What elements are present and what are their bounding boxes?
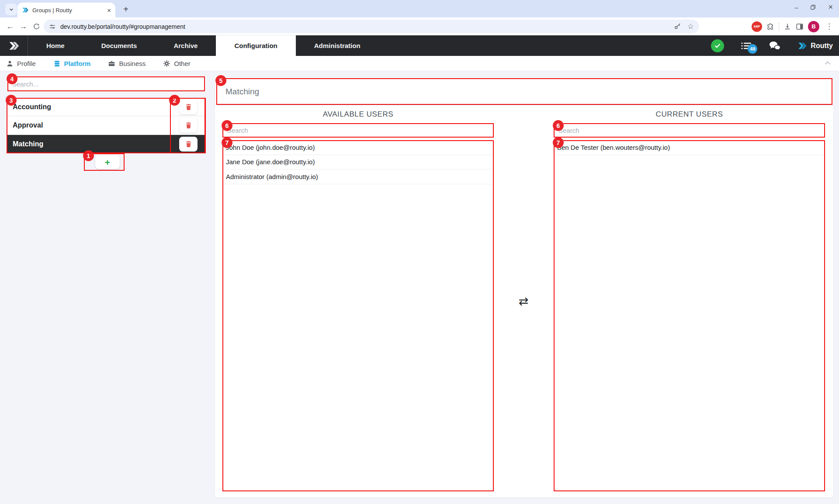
subnav-item-business[interactable]: Business xyxy=(108,60,146,67)
subnav-item-other[interactable]: Other xyxy=(163,60,191,67)
swap-users-icon[interactable]: ⇄ xyxy=(515,293,532,309)
group-detail-card: AVAILABLE USERS John Doe (john.doe@routt… xyxy=(215,79,833,497)
trash-icon xyxy=(185,103,192,110)
forward-button[interactable]: → xyxy=(17,22,30,31)
reload-button[interactable] xyxy=(30,23,43,30)
group-name: Matching xyxy=(13,140,179,148)
site-settings-icon[interactable] xyxy=(49,23,56,30)
toolbar-divider xyxy=(779,22,779,31)
address-bar[interactable]: dev.routty.be/portal/routty/#groupmanage… xyxy=(44,20,699,33)
browser-toolbar: ← → dev.routty.be/portal/routty/#groupma… xyxy=(0,17,839,35)
group-name: Accounting xyxy=(13,103,179,111)
back-button[interactable]: ← xyxy=(3,22,17,31)
gear-icon xyxy=(163,60,170,67)
column-header: CURRENT USERS xyxy=(554,106,825,123)
chevron-down-icon xyxy=(9,7,14,12)
subnav-item-profile[interactable]: Profile xyxy=(6,60,36,67)
password-key-icon[interactable] xyxy=(674,23,681,30)
app-nav-items: HomeDocumentsArchiveConfigurationAdminis… xyxy=(28,35,379,56)
user-row[interactable]: Jane Doe (jane.doe@routty.io) xyxy=(222,155,494,170)
group-row[interactable]: Matching xyxy=(7,135,205,153)
brand: Routty xyxy=(797,41,833,50)
available-users-column: AVAILABLE USERS John Doe (john.doe@routt… xyxy=(222,106,494,491)
nav-item-configuration[interactable]: Configuration xyxy=(216,35,295,56)
group-list: Accounting Approval Matching xyxy=(7,98,205,153)
group-row[interactable]: Accounting xyxy=(7,98,205,116)
browser-menu-icon[interactable]: ⋮ xyxy=(824,22,835,31)
browser-profile-avatar[interactable]: B xyxy=(808,21,819,32)
add-group-button[interactable]: + xyxy=(95,155,120,169)
delete-group-button[interactable] xyxy=(179,118,198,133)
task-count-badge: 49 xyxy=(748,44,757,54)
group-search-input[interactable] xyxy=(7,76,205,91)
task-list-button[interactable]: 49 xyxy=(741,41,752,51)
subnav-item-label: Other xyxy=(174,60,191,67)
trash-icon xyxy=(185,121,192,129)
url-text[interactable]: dev.routty.be/portal/routty/#groupmanage… xyxy=(60,23,674,30)
nav-item-administration[interactable]: Administration xyxy=(296,35,379,56)
trash-icon xyxy=(185,140,192,148)
tab-close-icon[interactable]: × xyxy=(107,7,111,14)
side-panel-icon[interactable] xyxy=(796,23,804,31)
routty-favicon-icon xyxy=(22,7,29,14)
subnav-items: Profile Platform Business Other xyxy=(6,60,191,67)
nav-item-archive[interactable]: Archive xyxy=(155,35,216,56)
window-minimize-button[interactable]: – xyxy=(794,3,798,11)
app-navbar: HomeDocumentsArchiveConfigurationAdminis… xyxy=(0,35,839,56)
brand-label: Routty xyxy=(811,42,833,50)
group-name-input[interactable] xyxy=(225,87,823,97)
chat-icon[interactable] xyxy=(769,41,781,51)
subnav-item-label: Profile xyxy=(17,60,36,67)
window-close-button[interactable]: × xyxy=(828,3,833,12)
window-restore-button[interactable] xyxy=(810,4,816,10)
screen: Groups | Routty × + – × ← → dev.routty.b… xyxy=(0,0,839,504)
database-icon xyxy=(53,60,61,67)
group-title-block xyxy=(215,79,833,105)
user-row[interactable]: Ben De Tester (ben.wouters@routty.io) xyxy=(554,140,825,155)
available-users-list: John Doe (john.doe@routty.io)Jane Doe (j… xyxy=(222,140,494,491)
subnav-item-label: Platform xyxy=(64,60,91,67)
nav-item-home[interactable]: Home xyxy=(28,35,83,56)
user-row[interactable]: John Doe (john.doe@routty.io) xyxy=(222,140,494,155)
subnav-item-platform[interactable]: Platform xyxy=(53,60,91,67)
available-users-search-input[interactable] xyxy=(222,123,494,138)
tab-search-button[interactable] xyxy=(5,3,17,15)
browser-tab-strip: Groups | Routty × + – × xyxy=(0,0,839,17)
current-users-search-input[interactable] xyxy=(554,123,825,138)
extensions-puzzle-icon[interactable] xyxy=(766,23,774,31)
current-users-column: CURRENT USERS Ben De Tester (ben.wouters… xyxy=(554,106,825,491)
collapse-chevron-up-icon[interactable] xyxy=(823,59,832,67)
nav-item-documents[interactable]: Documents xyxy=(83,35,156,56)
status-check-icon[interactable] xyxy=(711,39,724,52)
config-subnav: Profile Platform Business Other xyxy=(0,56,839,71)
brand-logo-icon xyxy=(797,41,807,50)
bookmark-star-icon[interactable]: ☆ xyxy=(687,22,694,31)
person-icon xyxy=(6,60,14,67)
subnav-item-label: Business xyxy=(119,60,146,67)
delete-group-button[interactable] xyxy=(179,100,198,114)
group-row[interactable]: Approval xyxy=(7,116,205,135)
column-header: AVAILABLE USERS xyxy=(222,106,494,123)
briefcase-icon xyxy=(108,60,115,67)
group-name: Approval xyxy=(13,121,179,129)
adblock-extension-icon[interactable]: ABP xyxy=(752,21,762,32)
routty-logo-icon[interactable] xyxy=(0,35,28,56)
browser-tab[interactable]: Groups | Routty × xyxy=(17,3,115,17)
current-users-list: Ben De Tester (ben.wouters@routty.io) xyxy=(554,140,825,491)
downloads-icon[interactable] xyxy=(784,23,791,31)
new-tab-button[interactable]: + xyxy=(121,4,131,14)
delete-group-button[interactable] xyxy=(179,137,198,152)
tab-title: Groups | Routty xyxy=(32,7,104,14)
user-row[interactable]: Administrator (admin@routty.io) xyxy=(222,169,494,184)
